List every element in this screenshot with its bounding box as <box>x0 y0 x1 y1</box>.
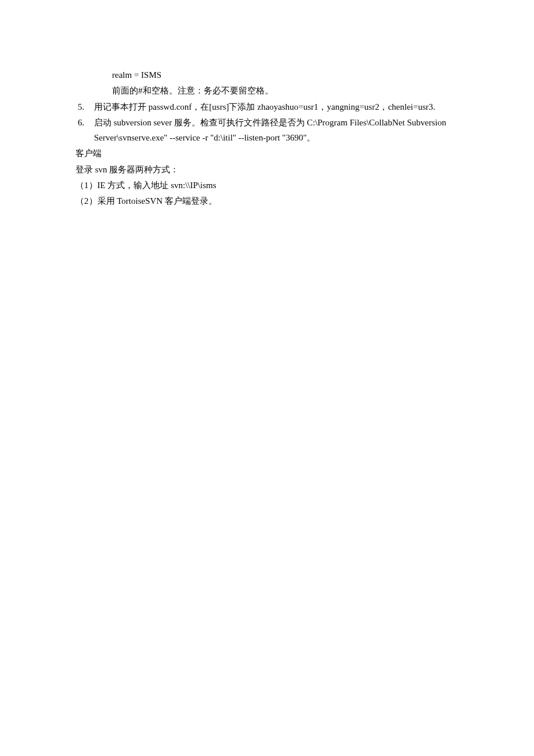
list-item: 5. 用记事本打开 passwd.conf，在[usrs]下添加 zhaoyas… <box>75 99 474 114</box>
login-method-1: （1）IE 方式，输入地址 svn:\\IP\isms <box>75 178 474 193</box>
config-note-hash: 前面的#和空格。注意：务必不要留空格。 <box>112 83 474 98</box>
list-content-6: 启动 subversion sever 服务。检查可执行文件路径是否为 C:\P… <box>94 115 474 146</box>
login-method-2: （2）采用 TortoiseSVN 客户端登录。 <box>75 193 474 208</box>
list-content-5: 用记事本打开 passwd.conf，在[usrs]下添加 zhaoyashuo… <box>94 99 474 114</box>
login-intro: 登录 svn 服务器两种方式： <box>75 162 474 177</box>
section-heading-client: 客户端 <box>75 146 474 161</box>
list-marker-5: 5. <box>75 99 94 114</box>
list-marker-6: 6. <box>75 115 94 146</box>
config-line-realm: realm = ISMS <box>112 67 474 82</box>
list-item: 6. 启动 subversion sever 服务。检查可执行文件路径是否为 C… <box>75 115 474 146</box>
